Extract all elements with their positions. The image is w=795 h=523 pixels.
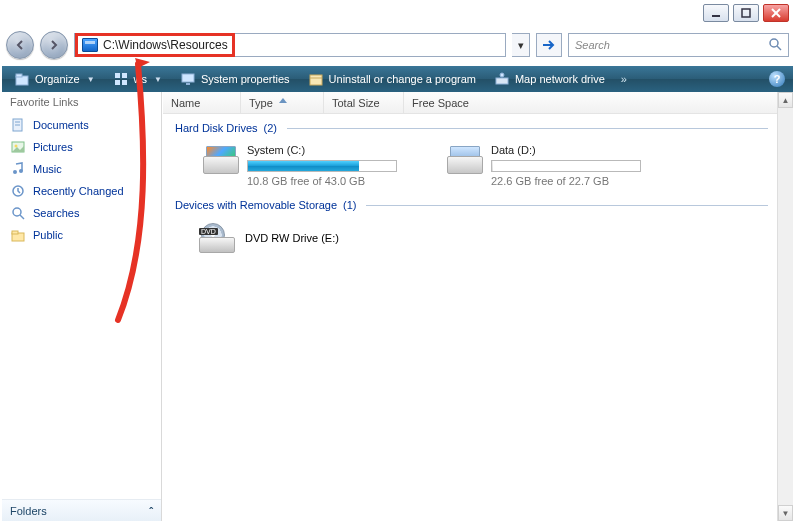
removable-item-dvd[interactable]: DVD DVD RW Drive (E:) — [175, 211, 781, 253]
vertical-scrollbar[interactable]: ▲ ▼ — [777, 92, 793, 521]
back-button[interactable] — [6, 31, 34, 59]
views-icon — [113, 71, 129, 87]
close-button[interactable] — [763, 4, 789, 22]
system-properties-label: System properties — [201, 73, 290, 85]
group-header-hdd[interactable]: Hard Disk Drives (2) ˆ — [175, 122, 781, 134]
svg-line-27 — [20, 215, 24, 219]
sidebar-item-music[interactable]: Music — [10, 158, 161, 180]
drive-item-d[interactable]: Data (D:) 22.6 GB free of 22.7 GB — [447, 144, 641, 187]
music-icon — [10, 161, 26, 177]
go-button[interactable] — [536, 33, 562, 57]
sidebar-item-documents[interactable]: Documents — [10, 114, 161, 136]
help-button[interactable]: ? — [769, 71, 785, 87]
sidebar-item-label: Recently Changed — [33, 185, 124, 197]
search-box[interactable]: Search — [568, 33, 789, 57]
svg-point-24 — [19, 169, 23, 173]
svg-rect-12 — [182, 74, 194, 82]
searches-icon — [10, 205, 26, 221]
divider — [366, 205, 768, 206]
svg-rect-8 — [115, 73, 120, 78]
address-bar[interactable]: C:\Windows\Resources — [74, 33, 506, 57]
divider — [287, 128, 768, 129]
command-toolbar: Organize ▼ ws ▼ System properties Uninst… — [2, 66, 793, 92]
svg-line-5 — [777, 46, 781, 50]
drive-item-c[interactable]: System (C:) 10.8 GB free of 43.0 GB — [203, 144, 397, 187]
search-icon — [768, 37, 782, 53]
favorite-links-header: Favorite Links — [2, 92, 161, 112]
drive-list: System (C:) 10.8 GB free of 43.0 GB Data… — [175, 134, 781, 191]
svg-rect-9 — [122, 73, 127, 78]
scroll-up-button[interactable]: ▲ — [778, 92, 793, 108]
sidebar-item-recent[interactable]: Recently Changed — [10, 180, 161, 202]
col-type[interactable]: Type — [241, 92, 324, 113]
group-hard-disk-drives: Hard Disk Drives (2) ˆ System (C:) 10.8 … — [163, 114, 793, 191]
sidebar-item-label: Documents — [33, 119, 89, 131]
map-network-drive-button[interactable]: Map network drive — [486, 68, 613, 90]
computer-icon — [82, 38, 98, 52]
folders-label: Folders — [10, 505, 47, 517]
svg-point-23 — [13, 170, 17, 174]
search-placeholder: Search — [575, 39, 610, 51]
uninstall-label: Uninstall or change a program — [329, 73, 476, 85]
maximize-button[interactable] — [733, 4, 759, 22]
usage-bar — [491, 160, 641, 172]
folders-toggle[interactable]: Folders ˆ — [2, 499, 161, 521]
removable-name: DVD RW Drive (E:) — [245, 232, 339, 244]
window-controls — [703, 4, 789, 22]
sidebar: Favorite Links Documents Pictures Music … — [2, 92, 162, 521]
drive-icon — [447, 144, 483, 174]
sidebar-item-searches[interactable]: Searches — [10, 202, 161, 224]
group-title: Hard Disk Drives — [175, 122, 258, 134]
col-free-space[interactable]: Free Space — [404, 92, 793, 113]
system-properties-button[interactable]: System properties — [172, 68, 298, 90]
sidebar-item-label: Public — [33, 229, 63, 241]
drive-free-text: 22.6 GB free of 22.7 GB — [491, 175, 641, 187]
col-name[interactable]: Name — [163, 92, 241, 113]
address-highlight[interactable]: C:\Windows\Resources — [75, 33, 235, 57]
sidebar-item-label: Pictures — [33, 141, 73, 153]
dvd-badge: DVD — [199, 228, 218, 235]
svg-rect-14 — [310, 75, 322, 85]
svg-rect-13 — [186, 83, 190, 85]
toolbar-overflow[interactable]: » — [615, 73, 633, 85]
organize-label: Organize — [35, 73, 80, 85]
monitor-icon — [180, 71, 196, 87]
dvd-drive-icon: DVD — [199, 223, 235, 253]
chevron-down-icon: ▼ — [87, 75, 95, 84]
address-extra-space[interactable] — [235, 33, 505, 57]
network-drive-icon — [494, 71, 510, 87]
col-total-size[interactable]: Total Size — [324, 92, 404, 113]
box-icon — [308, 71, 324, 87]
svg-rect-11 — [122, 80, 127, 85]
svg-rect-1 — [742, 9, 750, 17]
drive-name: Data (D:) — [491, 144, 641, 156]
organize-menu[interactable]: Organize ▼ — [6, 68, 103, 90]
group-title: Devices with Removable Storage — [175, 199, 337, 211]
svg-rect-29 — [12, 231, 18, 234]
sidebar-item-label: Searches — [33, 207, 79, 219]
address-dropdown[interactable]: ▾ — [512, 33, 530, 57]
organize-icon — [14, 71, 30, 87]
recent-icon — [10, 183, 26, 199]
sidebar-item-public[interactable]: Public — [10, 224, 161, 246]
uninstall-program-button[interactable]: Uninstall or change a program — [300, 68, 484, 90]
drive-name: System (C:) — [247, 144, 397, 156]
forward-button[interactable] — [40, 31, 68, 59]
views-label: ws — [134, 73, 147, 85]
minimize-button[interactable] — [703, 4, 729, 22]
sidebar-item-pictures[interactable]: Pictures — [10, 136, 161, 158]
views-menu[interactable]: ws ▼ — [105, 68, 170, 90]
public-folder-icon — [10, 227, 26, 243]
svg-rect-10 — [115, 80, 120, 85]
group-header-removable[interactable]: Devices with Removable Storage (1) ˆ — [175, 199, 781, 211]
address-path: C:\Windows\Resources — [103, 38, 228, 52]
pictures-icon — [10, 139, 26, 155]
content-area: Name Type Total Size Free Space Hard Dis… — [163, 92, 793, 521]
usage-bar — [247, 160, 397, 172]
svg-point-26 — [13, 208, 21, 216]
sidebar-item-label: Music — [33, 163, 62, 175]
column-header: Name Type Total Size Free Space — [163, 92, 793, 114]
scroll-down-button[interactable]: ▼ — [778, 505, 793, 521]
chevron-down-icon: ▼ — [154, 75, 162, 84]
group-removable-storage: Devices with Removable Storage (1) ˆ DVD… — [163, 191, 793, 253]
